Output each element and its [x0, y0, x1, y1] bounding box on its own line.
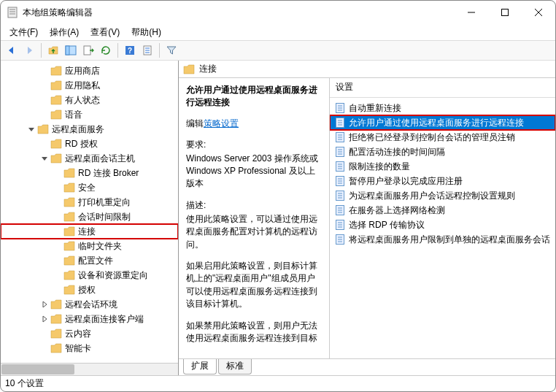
tree-item[interactable]: 远程桌面连接客户端: [1, 312, 178, 326]
folder-icon: [63, 241, 75, 251]
statusbar: 10 个设置: [1, 375, 555, 391]
properties-button[interactable]: [139, 42, 155, 58]
tree-item[interactable]: 应用商店: [1, 64, 178, 78]
body: 应用商店应用隐私有人状态语音远程桌面服务RD 授权远程桌面会话主机RD 连接 B…: [1, 61, 555, 375]
tree-item-label: 设备和资源重定向: [78, 269, 148, 282]
svg-text:?: ?: [128, 47, 132, 55]
setting-label: 自动重新连接: [349, 102, 401, 115]
tab-extended[interactable]: 扩展: [183, 359, 217, 374]
policy-icon: [334, 175, 346, 187]
tree-item[interactable]: 远程会话环境: [1, 297, 178, 312]
right-pane: 连接 允许用户通过使用远程桌面服务进行远程连接 编辑策略设置 要求: Windo…: [179, 61, 555, 375]
tree-item-label: 临时文件夹: [78, 240, 122, 253]
tree-item[interactable]: 临时文件夹: [1, 239, 178, 253]
back-button[interactable]: [4, 42, 20, 58]
minimize-button[interactable]: [455, 1, 488, 24]
svg-rect-5: [502, 9, 509, 16]
twisty-none: [40, 139, 49, 148]
show-hide-tree-button[interactable]: [63, 42, 79, 58]
policy-icon: [334, 190, 346, 201]
tree-item[interactable]: 连接: [1, 224, 178, 239]
folder-icon: [50, 95, 62, 105]
tree-item-label: 远程桌面连接客户端: [65, 313, 144, 326]
setting-row[interactable]: 允许用户通过使用远程桌面服务进行远程连接: [330, 115, 555, 130]
description-heading: 描述:: [186, 199, 322, 212]
setting-row[interactable]: 配置活动连接的时间间隔: [330, 145, 555, 159]
policy-icon: [334, 204, 346, 216]
edit-policy-link[interactable]: 策略设置: [204, 118, 239, 128]
tree-item-label: 会话时间限制: [78, 211, 131, 223]
tree-item[interactable]: 智能卡: [1, 341, 178, 356]
setting-row[interactable]: 暂停用户登录以完成应用注册: [330, 174, 555, 188]
twisty-none: [40, 329, 49, 338]
right-header: 连接: [179, 61, 555, 78]
folder-icon: [63, 212, 75, 222]
folder-icon: [63, 285, 75, 295]
tree-item[interactable]: 有人状态: [1, 93, 178, 107]
status-text: 10 个设置: [5, 378, 44, 388]
setting-row[interactable]: 在服务器上选择网络检测: [330, 203, 555, 218]
twisty-none: [53, 242, 62, 250]
forward-button[interactable]: [21, 42, 37, 58]
tree-item[interactable]: 配置文件: [1, 253, 178, 268]
folder-icon: [63, 182, 75, 193]
folder-icon: [183, 64, 195, 74]
tree-item[interactable]: 远程桌面服务: [1, 122, 178, 137]
policy-icon: [334, 131, 346, 143]
folder-icon: [63, 226, 75, 237]
policy-icon: [334, 161, 346, 172]
setting-row[interactable]: 限制连接的数量: [330, 159, 555, 174]
tree-hscrollbar[interactable]: [1, 363, 178, 375]
menu-action[interactable]: 操作(A): [44, 25, 85, 40]
chevron-down-icon[interactable]: [27, 125, 36, 134]
setting-label: 配置活动连接的时间间隔: [349, 146, 445, 158]
setting-row[interactable]: 选择 RDP 传输协议: [330, 218, 555, 232]
menu-file[interactable]: 文件(F): [4, 25, 44, 40]
tree-item[interactable]: 会话时间限制: [1, 210, 178, 224]
chevron-right-icon[interactable]: [40, 300, 49, 309]
folder-icon: [63, 270, 75, 280]
svg-rect-10: [84, 46, 90, 55]
tree-item-label: 智能卡: [65, 342, 91, 355]
folder-icon: [63, 197, 75, 207]
tree-item-label: 远程会话环境: [65, 299, 117, 311]
menu-help[interactable]: 帮助(H): [126, 25, 167, 40]
filter-button[interactable]: [163, 42, 179, 58]
setting-row[interactable]: 拒绝将已经登录到控制台会话的管理员注销: [330, 130, 555, 145]
setting-row[interactable]: 将远程桌面服务用户限制到单独的远程桌面服务会话: [330, 232, 555, 247]
tree-item[interactable]: 云内容: [1, 326, 178, 341]
menu-view[interactable]: 查看(V): [85, 25, 126, 40]
up-button[interactable]: [45, 42, 61, 58]
export-button[interactable]: [80, 42, 96, 58]
settings-pane: 设置 自动重新连接允许用户通过使用远程桌面服务进行远程连接拒绝将已经登录到控制台…: [330, 78, 555, 358]
tree-item-label: 云内容: [65, 328, 91, 340]
folder-icon: [50, 80, 62, 91]
refresh-button[interactable]: [98, 42, 114, 58]
tree-item[interactable]: 远程桌面会话主机: [1, 151, 178, 166]
maximize-button[interactable]: [488, 1, 522, 24]
twisty-none: [53, 256, 62, 265]
setting-row[interactable]: 自动重新连接: [330, 101, 555, 115]
policy-icon: [334, 234, 346, 245]
tree-item[interactable]: 授权: [1, 283, 178, 297]
tree-item[interactable]: 设备和资源重定向: [1, 268, 178, 283]
tree-item[interactable]: 应用隐私: [1, 78, 178, 93]
twisty-none: [40, 96, 49, 104]
chevron-down-icon[interactable]: [40, 154, 49, 163]
help-button[interactable]: ?: [122, 42, 138, 58]
tree-item[interactable]: 安全: [1, 180, 178, 195]
tree-item[interactable]: RD 授权: [1, 137, 178, 151]
chevron-right-icon[interactable]: [40, 315, 49, 323]
setting-row[interactable]: 为远程桌面服务用户会话远程控制设置规则: [330, 188, 555, 203]
tree-scroll[interactable]: 应用商店应用隐私有人状态语音远程桌面服务RD 授权远程桌面会话主机RD 连接 B…: [1, 61, 178, 363]
tree-item[interactable]: 打印机重定向: [1, 195, 178, 210]
tab-standard[interactable]: 标准: [218, 359, 252, 374]
setting-label: 选择 RDP 传输协议: [349, 219, 425, 231]
close-button[interactable]: [522, 1, 555, 24]
settings-column-header[interactable]: 设置: [330, 78, 555, 96]
svg-rect-0: [8, 7, 17, 18]
tree-item[interactable]: 语音: [1, 107, 178, 122]
setting-label: 限制连接的数量: [349, 161, 410, 173]
tree-item[interactable]: RD 连接 Broker: [1, 166, 178, 180]
setting-label: 拒绝将已经登录到控制台会话的管理员注销: [349, 131, 515, 144]
